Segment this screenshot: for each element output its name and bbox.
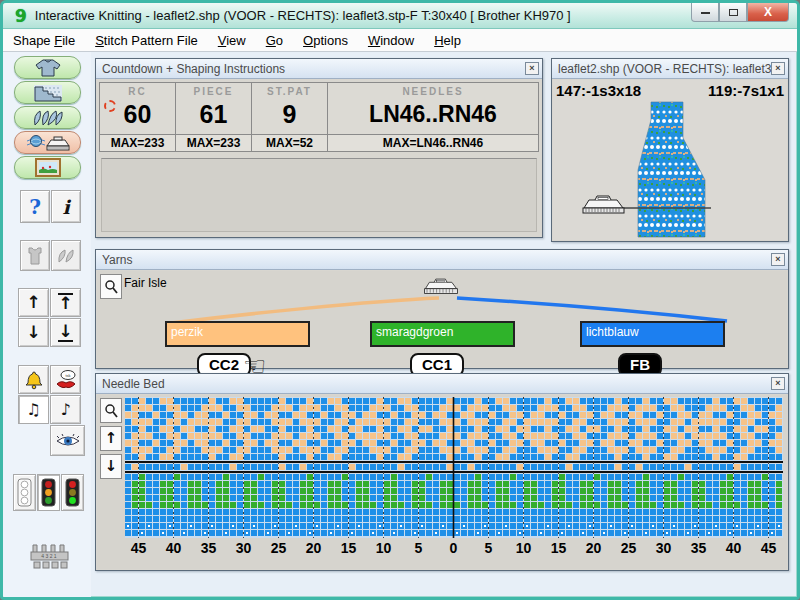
graphics-studio-button[interactable] bbox=[14, 156, 81, 179]
info-button[interactable]: i bbox=[51, 190, 81, 223]
eye-button[interactable] bbox=[50, 425, 85, 456]
speech-lips-icon: tsk bbox=[55, 369, 77, 391]
carriage-icon bbox=[423, 277, 459, 302]
yarns-panel-title: Yarns bbox=[96, 250, 788, 270]
counter-value: 9 bbox=[252, 97, 327, 134]
countdown-col-rc: RC60MAX=233 bbox=[100, 83, 176, 151]
svg-text:tsk: tsk bbox=[65, 373, 70, 378]
needle-bed-zoom-button[interactable] bbox=[100, 398, 122, 423]
yarns-panel: Yarns × Fair Isle perzikCC2smaragdgroenC… bbox=[95, 249, 789, 369]
traffic-light-green-icon bbox=[65, 478, 80, 507]
counter-value: LN46..RN46 bbox=[328, 97, 538, 134]
shaping-note-right: 119:-7s1x1 bbox=[708, 82, 784, 99]
stitch-designer-button[interactable] bbox=[14, 106, 81, 129]
menu-item-window[interactable]: Window bbox=[368, 33, 414, 48]
row-down-button[interactable]: ↓ bbox=[18, 318, 49, 347]
menu-item-view[interactable]: View bbox=[218, 33, 246, 48]
yarn-swatch-smaragdgroen[interactable]: smaragdgroen bbox=[370, 321, 515, 347]
stitch-leaf-button[interactable] bbox=[51, 240, 81, 271]
speech-button[interactable]: tsk bbox=[50, 365, 81, 394]
shape-preview-panel: leaflet2.shp (VOOR - RECHTS): leaflet3..… bbox=[551, 58, 789, 242]
minimize-button[interactable] bbox=[691, 3, 719, 22]
countdown-close-button[interactable]: × bbox=[525, 62, 539, 75]
interactive-knitting-icon bbox=[25, 133, 71, 153]
shape-preview-content: 147:-1s3x18 119:-7s1x1 bbox=[553, 80, 787, 240]
needle-number: 10 bbox=[516, 540, 532, 556]
help-icon: ? bbox=[29, 195, 41, 219]
close-icon: X bbox=[764, 5, 772, 19]
maximize-icon bbox=[729, 9, 738, 16]
needle-number: 5 bbox=[415, 540, 423, 556]
row-up-end-button[interactable]: ↑ bbox=[50, 288, 81, 317]
menu-item-go[interactable]: Go bbox=[266, 33, 283, 48]
scroll-up-button[interactable]: ↑ bbox=[100, 426, 122, 451]
needle-number: 45 bbox=[761, 540, 777, 556]
yarn-swatch-lichtblauw[interactable]: lichtblauw bbox=[580, 321, 725, 347]
close-button[interactable]: X bbox=[747, 3, 789, 22]
bell-button[interactable] bbox=[18, 365, 49, 394]
title-bar[interactable]: 9 Interactive Knitting - leaflet2.shp (V… bbox=[3, 3, 797, 29]
shaping-button[interactable] bbox=[14, 81, 81, 104]
scroll-up-icon: ↑ bbox=[105, 431, 118, 446]
traffic-light-amber-icon bbox=[41, 478, 56, 507]
needle-number: 5 bbox=[485, 540, 493, 556]
scroll-down-button[interactable]: ↓ bbox=[100, 454, 122, 479]
app-window: 9 Interactive Knitting - leaflet2.shp (V… bbox=[0, 0, 800, 600]
needle-number: 15 bbox=[551, 540, 567, 556]
graphics-studio-icon bbox=[35, 158, 61, 177]
menu-item-options[interactable]: Options bbox=[303, 33, 348, 48]
traffic-light-off-button[interactable] bbox=[13, 474, 36, 511]
left-toolbar: ? i ↑ ↑ ↓ ↓ tsk ♫ ♪ 4 bbox=[3, 52, 91, 597]
shape-preview-close-button[interactable]: × bbox=[771, 62, 785, 75]
music-button[interactable]: ♫ bbox=[18, 395, 49, 424]
needle-number: 40 bbox=[726, 540, 742, 556]
scroll-down-icon: ↓ bbox=[105, 459, 118, 474]
stitch-designer-icon bbox=[32, 109, 64, 127]
row-down-end-icon: ↓ bbox=[58, 323, 72, 342]
app-logo-icon: 9 bbox=[15, 6, 27, 26]
maximize-button[interactable] bbox=[719, 3, 747, 22]
needle-bed-close-button[interactable]: × bbox=[771, 377, 785, 390]
needle-number: 0 bbox=[450, 540, 458, 556]
yarns-close-button[interactable]: × bbox=[771, 253, 785, 266]
traffic-light-off-icon bbox=[17, 478, 32, 507]
needle-number: 30 bbox=[236, 540, 252, 556]
needle-comb-icon[interactable]: 4 3 2 1 bbox=[29, 543, 71, 574]
needle-number: 20 bbox=[306, 540, 322, 556]
traffic-light-green-button[interactable] bbox=[61, 474, 84, 511]
info-icon: i bbox=[62, 196, 69, 218]
menu-item-help[interactable]: Help bbox=[434, 33, 461, 48]
counter-label: PIECE bbox=[176, 83, 251, 97]
yarn-swatch-perzik[interactable]: perzik bbox=[165, 321, 310, 347]
traffic-light-amber-button[interactable] bbox=[37, 474, 60, 511]
garment-shape-preview bbox=[553, 100, 789, 240]
counter-max: MAX=52 bbox=[252, 134, 327, 151]
help-button[interactable]: ? bbox=[20, 190, 50, 223]
needle-bed-title: Needle Bed bbox=[96, 374, 788, 394]
countdown-stats: RC60MAX=233PIECE61MAX=233ST.PAT9MAX=52NE… bbox=[99, 82, 539, 152]
counter-max: MAX=LN46..RN46 bbox=[328, 134, 538, 151]
needle-bed-panel: Needle Bed × ↑ ↓ 45403530252015105051015… bbox=[95, 373, 789, 571]
garment-piece-icon bbox=[25, 247, 45, 265]
counter-label: ST.PAT bbox=[252, 83, 327, 97]
needle-number: 35 bbox=[691, 540, 707, 556]
garment-piece-button[interactable] bbox=[20, 240, 50, 271]
counter-label: RC bbox=[100, 83, 175, 97]
row-up-button[interactable]: ↑ bbox=[18, 288, 49, 317]
bell-icon bbox=[25, 370, 43, 390]
shaping-icon bbox=[33, 84, 63, 102]
row-down-end-button[interactable]: ↓ bbox=[50, 318, 81, 347]
eye-icon bbox=[55, 433, 81, 449]
carriage-icon bbox=[583, 196, 624, 213]
menu-item-shape-file[interactable]: Shape File bbox=[13, 33, 75, 48]
garment-styling-button[interactable] bbox=[14, 56, 81, 79]
needle-number: 25 bbox=[621, 540, 637, 556]
rc-indicator-icon bbox=[104, 100, 116, 112]
countdown-col-needles: NEEDLESLN46..RN46MAX=LN46..RN46 bbox=[328, 83, 538, 151]
menu-item-stitch-pattern-file[interactable]: Stitch Pattern File bbox=[95, 33, 198, 48]
menu-bar: Shape FileStitch Pattern FileViewGoOptio… bbox=[3, 29, 797, 52]
needle-number: 15 bbox=[341, 540, 357, 556]
interactive-knitting-button[interactable] bbox=[14, 131, 81, 154]
needle-number: 10 bbox=[376, 540, 392, 556]
single-note-button[interactable]: ♪ bbox=[50, 395, 81, 424]
